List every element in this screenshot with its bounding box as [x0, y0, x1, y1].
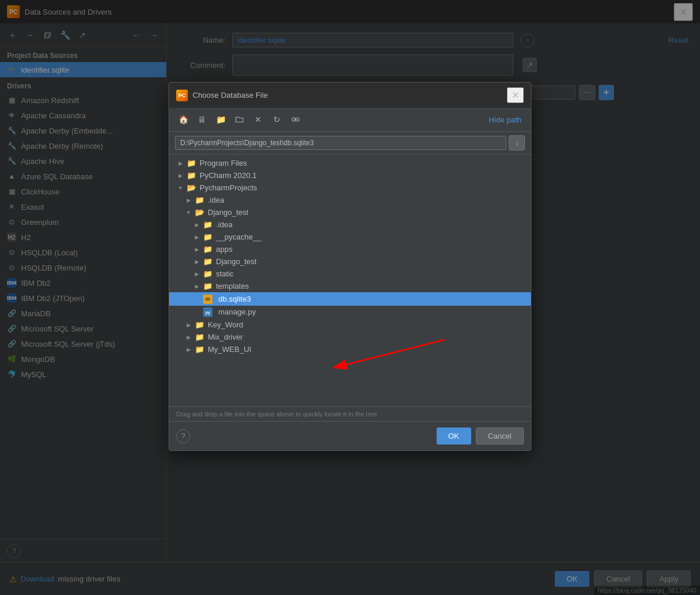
expand-arrow: ▼	[176, 184, 184, 192]
tree-label: __pycache__	[216, 232, 261, 241]
folder-icon: 📁	[203, 269, 212, 278]
folder-icon: 📂	[187, 183, 196, 192]
folder-icon: 📁	[203, 257, 212, 266]
dialog-footer: ? OK Cancel	[169, 421, 531, 450]
tree-item-manage-py[interactable]: ▶ py manage.py	[169, 306, 531, 319]
tree-item-django-test-parent[interactable]: ▼ 📂 Django_test	[169, 206, 531, 218]
tree-label: PycharmProjects	[200, 183, 257, 192]
dialog-overlay: PC Choose Database File ✕ 🏠 🖥 📁 ✕ ↻	[0, 0, 700, 595]
expand-arrow: ▶	[193, 270, 201, 278]
folder-icon: 📁	[203, 245, 212, 254]
tree-item-apps[interactable]: ▶ 📁 apps	[169, 243, 531, 255]
tree-label: manage.py	[218, 307, 256, 316]
refresh-button[interactable]: ↻	[269, 111, 285, 128]
dialog-app-icon: PC	[176, 90, 188, 101]
folder-icon: 📁	[187, 159, 196, 167]
expand-arrow: ▶	[176, 159, 184, 167]
folder-icon: 📁	[187, 171, 196, 180]
folder-icon: 📁	[195, 196, 204, 204]
dialog-path-bar: ↓	[169, 132, 531, 155]
tree-label: Django_test	[216, 257, 256, 266]
dialog-cancel-button[interactable]: Cancel	[476, 428, 524, 444]
tree-label: Django_test	[208, 208, 248, 217]
tree-item-program-files[interactable]: ▶ 📁 Program Files	[169, 157, 531, 169]
expand-arrow: ▶	[176, 172, 184, 180]
tree-item-idea1[interactable]: ▶ 📁 .idea	[169, 194, 531, 206]
hide-path-button[interactable]: Hide path	[485, 111, 525, 128]
folder-icon: 📁	[203, 220, 212, 229]
home-button[interactable]: 🏠	[175, 111, 191, 128]
tree-label: templates	[216, 282, 249, 290]
expand-arrow: ▶	[193, 258, 201, 266]
expand-arrow: ▶	[193, 221, 201, 229]
choose-file-dialog: PC Choose Database File ✕ 🏠 🖥 📁 ✕ ↻	[169, 82, 531, 451]
dialog-ok-button[interactable]: OK	[437, 428, 471, 444]
tree-label: .idea	[208, 196, 224, 204]
tree-item-mix-driver[interactable]: ▶ 📁 Mix_driver	[169, 331, 531, 343]
expand-arrow: ▶	[184, 321, 193, 329]
tree-label: Key_Word	[208, 320, 243, 329]
dialog-hint: Drag and drop a file into the space abov…	[169, 406, 531, 421]
dialog-title-bar: PC Choose Database File ✕	[169, 83, 531, 108]
python-file-icon: py	[203, 307, 212, 317]
main-window: PC Data Sources and Drivers ✕ + − 🔧 ↗ ← …	[0, 0, 700, 595]
tree-item-pycache[interactable]: ▶ 📁 __pycache__	[169, 231, 531, 243]
tree-item-key-word[interactable]: ▶ 📁 Key_Word	[169, 319, 531, 331]
sqlite-file-icon: db	[203, 294, 212, 304]
open-folder-button[interactable]	[231, 111, 248, 128]
expand-arrow: ▶	[184, 333, 193, 341]
tree-label: Program Files	[200, 159, 247, 167]
tree-label: .idea	[216, 220, 232, 229]
tree-label: db.sqlite3	[218, 295, 251, 303]
expand-arrow: ▶	[184, 346, 193, 354]
tree-item-pycharmprojects[interactable]: ▼ 📂 PycharmProjects	[169, 182, 531, 194]
dialog-close-button[interactable]: ✕	[507, 87, 524, 103]
dialog-title: Choose Database File	[193, 91, 268, 100]
tree-item-my-web-ui[interactable]: ▶ 📁 My_WEB_UI	[169, 343, 531, 355]
expand-arrow: ▶	[193, 233, 201, 241]
tree-label: apps	[216, 245, 232, 254]
path-expand-button[interactable]: ↓	[509, 135, 525, 151]
folder-icon: 📂	[195, 208, 204, 217]
tree-item-django-test-child[interactable]: ▶ 📁 Django_test	[169, 255, 531, 268]
folder-icon: 📁	[195, 345, 204, 354]
folder-icon: 📁	[195, 320, 204, 329]
tree-label: PyCharm 2020.1	[200, 171, 257, 180]
link-button[interactable]	[287, 111, 304, 128]
new-folder-button[interactable]: 📁	[212, 111, 229, 128]
path-input[interactable]	[175, 136, 506, 150]
tree-label: static	[216, 269, 234, 278]
dialog-footer-buttons: OK Cancel	[437, 428, 524, 444]
folder-icon: 📁	[195, 333, 204, 341]
tree-item-db-sqlite3[interactable]: ▶ db db.sqlite3	[169, 292, 531, 306]
file-tree: ▶ 📁 Program Files ▶ 📁 PyCharm 2020.1 ▼ 📂…	[169, 155, 531, 406]
tree-item-idea2[interactable]: ▶ 📁 .idea	[169, 218, 531, 231]
tree-label: My_WEB_UI	[208, 345, 251, 354]
dialog-help-button[interactable]: ?	[176, 429, 190, 443]
folder-icon: 📁	[203, 282, 212, 290]
expand-arrow: ▶	[193, 245, 201, 254]
expand-arrow: ▶	[193, 282, 201, 290]
tree-item-pycharm[interactable]: ▶ 📁 PyCharm 2020.1	[169, 169, 531, 182]
folder-icon: 📁	[203, 232, 212, 241]
tree-item-static[interactable]: ▶ 📁 static	[169, 268, 531, 280]
tree-label: Mix_driver	[208, 333, 243, 341]
delete-button[interactable]: ✕	[250, 111, 266, 128]
expand-arrow: ▶	[184, 196, 193, 204]
expand-arrow: ▼	[184, 208, 193, 217]
tree-item-templates[interactable]: ▶ 📁 templates	[169, 280, 531, 292]
desktop-button[interactable]: 🖥	[194, 111, 210, 128]
dialog-toolbar: 🏠 🖥 📁 ✕ ↻ Hide p	[169, 108, 531, 132]
